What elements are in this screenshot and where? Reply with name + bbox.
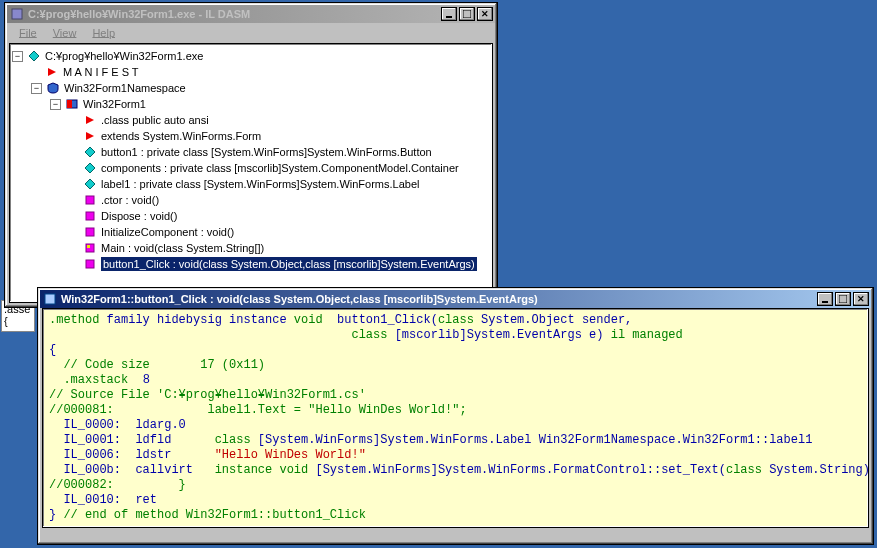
tree-class[interactable]: − Win32Form1 [12,96,490,112]
disasm-titlebar[interactable]: Win32Form1::button1_Click : void(class S… [40,290,871,308]
svg-rect-2 [463,10,471,18]
tree-label: button1 : private class [System.WinForms… [101,146,432,158]
svg-marker-10 [85,163,95,173]
svg-rect-16 [87,245,90,248]
method-icon [83,210,97,222]
svg-marker-11 [85,179,95,189]
svg-marker-4 [48,68,56,76]
svg-rect-13 [86,212,94,220]
diamond-icon [83,162,97,174]
tree-root[interactable]: − C:¥prog¥hello¥Win32Form1.exe [12,48,490,64]
svg-rect-12 [86,196,94,204]
tree-label: InitializeComponent : void() [101,226,234,238]
tree-label: components : private class [mscorlib]Sys… [101,162,459,174]
svg-marker-3 [29,51,39,61]
svg-rect-17 [86,260,94,268]
tree-item[interactable]: .ctor : void() [12,192,490,208]
method-icon [83,194,97,206]
minimize-button[interactable] [441,7,457,21]
arrow-icon [45,66,59,78]
menu-file[interactable]: File [11,25,45,41]
disasm-window: Win32Form1::button1_Click : void(class S… [37,287,874,545]
menu-view[interactable]: View [45,25,85,41]
close-button[interactable]: ✕ [853,292,869,306]
arrow-icon [83,114,97,126]
tree-label: .ctor : void() [101,194,159,206]
svg-rect-20 [839,295,847,303]
tree-item[interactable]: InitializeComponent : void() [12,224,490,240]
tree-item[interactable]: .class public auto ansi [12,112,490,128]
tree-item[interactable]: Main : void(class System.String[]) [12,240,490,256]
diamond-icon [83,178,97,190]
diamond-icon [83,146,97,158]
diamond-icon [27,50,41,62]
svg-rect-1 [446,16,452,18]
svg-marker-8 [86,132,94,140]
svg-rect-19 [822,301,828,303]
svg-marker-9 [85,147,95,157]
app-icon [42,291,58,307]
tree-label: Main : void(class System.String[]) [101,242,264,254]
tree-label: label1 : private class [System.WinForms]… [101,178,419,190]
static-method-icon [83,242,97,254]
tree-label: M A N I F E S T [63,66,139,78]
tree-client: − C:¥prog¥hello¥Win32Form1.exe M A N I F… [9,43,493,303]
arrow-icon [83,130,97,142]
tree-namespace[interactable]: − Win32Form1Namespace [12,80,490,96]
tree-label: button1_Click : void(class System.Object… [101,257,477,271]
tree-label: extends System.WinForms.Form [101,130,261,142]
collapse-icon[interactable]: − [31,83,42,94]
ildasm-titlebar[interactable]: C:¥prog¥hello¥Win32Form1.exe - IL DASM ✕ [7,5,495,23]
method-icon [83,258,97,270]
svg-rect-0 [12,9,22,19]
tree-label: Win32Form1Namespace [64,82,186,94]
close-button[interactable]: ✕ [477,7,493,21]
collapse-icon[interactable]: − [50,99,61,110]
tree-item[interactable]: extends System.WinForms.Form [12,128,490,144]
tree-item[interactable]: components : private class [mscorlib]Sys… [12,160,490,176]
fragment-line2: { [4,315,32,327]
tree-manifest[interactable]: M A N I F E S T [12,64,490,80]
tree-item[interactable]: button1 : private class [System.WinForms… [12,144,490,160]
svg-rect-6 [67,100,72,108]
window-title: Win32Form1::button1_Click : void(class S… [61,293,815,305]
tree-item-selected[interactable]: button1_Click : void(class System.Object… [12,256,490,272]
method-icon [83,226,97,238]
window-title: C:¥prog¥hello¥Win32Form1.exe - IL DASM [28,8,439,20]
class-icon [65,98,79,110]
tree-view[interactable]: − C:¥prog¥hello¥Win32Form1.exe M A N I F… [10,44,492,302]
menubar: File View Help [7,23,495,43]
app-icon [9,6,25,22]
tree-label: C:¥prog¥hello¥Win32Form1.exe [45,50,203,62]
shield-icon [46,82,60,94]
svg-rect-14 [86,228,94,236]
ildasm-main-window: C:¥prog¥hello¥Win32Form1.exe - IL DASM ✕… [4,2,498,308]
tree-label: Dispose : void() [101,210,177,222]
disasm-text[interactable]: .method family hidebysig instance void b… [42,308,869,528]
minimize-button[interactable] [817,292,833,306]
svg-marker-7 [86,116,94,124]
collapse-icon[interactable]: − [12,51,23,62]
svg-rect-18 [45,294,55,304]
tree-item[interactable]: label1 : private class [System.WinForms]… [12,176,490,192]
tree-item[interactable]: Dispose : void() [12,208,490,224]
maximize-button[interactable] [835,292,851,306]
tree-label: Win32Form1 [83,98,146,110]
menu-help[interactable]: Help [84,25,123,41]
maximize-button[interactable] [459,7,475,21]
tree-label: .class public auto ansi [101,114,209,126]
